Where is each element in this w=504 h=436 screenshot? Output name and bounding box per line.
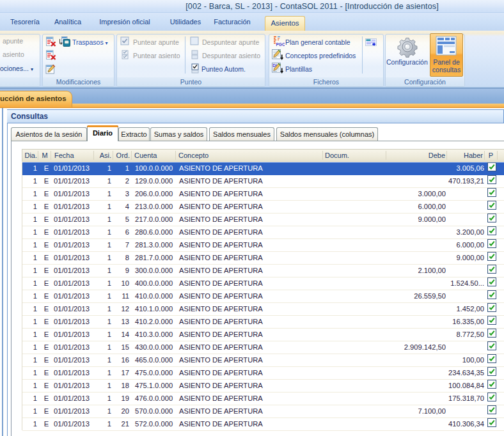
svg-text:PGC: PGC [276, 42, 285, 47]
